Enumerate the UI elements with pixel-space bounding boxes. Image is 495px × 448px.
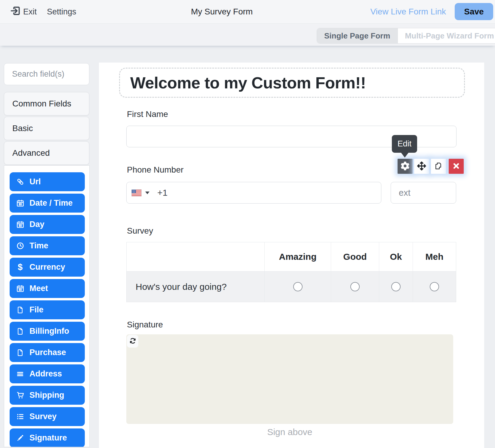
field-button-time[interactable]: Time — [10, 236, 85, 255]
survey-header-col: Ok — [379, 242, 413, 272]
survey-header-col: Good — [331, 242, 379, 272]
dollar-icon: $ — [16, 263, 24, 272]
signature-hint: Sign above — [126, 427, 453, 437]
field-label: Shipping — [29, 391, 64, 400]
field-button-file[interactable]: File — [10, 300, 85, 319]
form-mode-toggle: Single Page Form Multi-Page Wizard Form — [317, 28, 495, 44]
form-title-text: Welcome to my Custom Form!! — [130, 73, 366, 92]
survey-header-col: Meh — [413, 242, 456, 272]
accordion-common-fields[interactable]: Common Fields — [4, 92, 89, 115]
exit-label: Exit — [23, 7, 37, 17]
country-select[interactable] — [131, 189, 149, 196]
calendar-icon — [16, 199, 24, 207]
copy-icon — [434, 162, 443, 171]
field-label: Purchase — [29, 348, 66, 357]
advanced-fields-panel: Url Date / Time Day — [4, 165, 90, 447]
field-button-purchase[interactable]: Purchase — [10, 343, 85, 362]
edit-tooltip: Edit — [392, 135, 417, 153]
field-button-signature[interactable]: Signature — [10, 428, 85, 447]
signature-label: Signature — [127, 320, 163, 330]
file-icon — [16, 306, 24, 314]
field-label: Signature — [29, 433, 67, 443]
field-button-day[interactable]: Day — [10, 215, 85, 234]
page-title: My Survey Form — [191, 0, 253, 23]
exit-icon — [10, 6, 20, 18]
signature-pad[interactable] — [126, 334, 453, 424]
refresh-icon — [129, 337, 136, 345]
field-label: BillingInfo — [29, 327, 69, 336]
settings-button[interactable]: Settings — [47, 0, 76, 23]
survey-radio-good[interactable] — [350, 282, 360, 291]
survey-cell — [413, 272, 456, 302]
edit-field-button[interactable] — [398, 159, 413, 174]
first-name-label: First Name — [127, 109, 168, 119]
survey-header-empty — [127, 242, 264, 272]
copy-field-button[interactable] — [431, 159, 446, 174]
field-label: Url — [29, 177, 41, 186]
form-canvas: Welcome to my Custom Form!! First Name E… — [99, 63, 484, 448]
survey-cell — [379, 272, 413, 302]
search-input[interactable] — [4, 63, 89, 85]
move-field-button[interactable] — [414, 159, 429, 174]
survey-cell — [264, 272, 331, 302]
survey-cell — [331, 272, 379, 302]
calendar-icon — [16, 284, 24, 293]
phone-ext-input[interactable] — [391, 182, 456, 204]
top-bar: Exit Settings My Survey Form View Live F… — [0, 0, 495, 24]
gear-icon — [401, 161, 410, 171]
survey-radio-meh[interactable] — [430, 282, 439, 291]
chevron-down-icon — [145, 192, 149, 194]
survey-table: Amazing Good Ok Meh How's your day going… — [126, 242, 456, 302]
accordion-basic[interactable]: Basic — [4, 117, 89, 140]
survey-row-label: How's your day going? — [127, 272, 264, 302]
field-label: Date / Time — [29, 198, 73, 208]
cart-icon — [16, 391, 24, 400]
field-button-url[interactable]: Url — [10, 172, 85, 191]
survey-label: Survey — [127, 226, 153, 236]
calendar-icon — [16, 220, 24, 229]
field-button-survey[interactable]: Survey — [10, 407, 85, 426]
signature-reset-button[interactable] — [127, 335, 138, 348]
field-button-billinginfo[interactable]: BillingInfo — [10, 322, 85, 341]
field-button-meet[interactable]: Meet — [10, 279, 85, 298]
field-label: Time — [29, 241, 48, 250]
delete-field-button[interactable] — [449, 159, 464, 174]
align-justify-icon — [16, 370, 24, 378]
field-label: File — [29, 305, 44, 315]
exit-button[interactable]: Exit — [10, 0, 37, 23]
field-label: Address — [29, 369, 62, 379]
form-builder-app: Exit Settings My Survey Form View Live F… — [0, 0, 495, 448]
survey-header-col: Amazing — [264, 242, 331, 272]
survey-radio-ok[interactable] — [391, 282, 401, 291]
field-button-shipping[interactable]: Shipping — [10, 386, 85, 405]
field-label: Currency — [29, 262, 65, 272]
field-button-date-time[interactable]: Date / Time — [10, 194, 85, 213]
edit-tooltip-arrow — [401, 152, 409, 158]
save-button[interactable]: Save — [455, 3, 493, 20]
accordion-advanced[interactable]: Advanced — [4, 141, 89, 165]
survey-radio-amazing[interactable] — [293, 282, 303, 291]
file-icon — [16, 327, 24, 336]
clock-icon — [16, 242, 24, 250]
field-button-currency[interactable]: $ Currency — [10, 258, 85, 277]
delete-x-icon — [453, 162, 460, 170]
field-label: Meet — [29, 284, 48, 293]
phone-number-label: Phone Number — [127, 165, 183, 175]
multi-page-wizard-form-toggle[interactable]: Multi-Page Wizard Form — [398, 28, 495, 43]
us-flag-icon — [131, 189, 142, 196]
view-live-form-link[interactable]: View Live Form Link — [370, 0, 446, 23]
mode-toggle-bar: Single Page Form Multi-Page Wizard Form — [0, 24, 495, 46]
dial-code: +1 — [157, 188, 168, 198]
file-icon — [16, 348, 24, 357]
form-title-field[interactable]: Welcome to my Custom Form!! — [119, 68, 465, 98]
list-icon — [16, 413, 24, 421]
field-label: Survey — [29, 412, 57, 421]
field-button-address[interactable]: Address — [10, 364, 85, 383]
field-label: Day — [29, 220, 45, 229]
move-icon — [417, 161, 426, 171]
link-icon — [16, 178, 24, 186]
phone-number-input[interactable]: +1 — [126, 182, 381, 204]
single-page-form-toggle[interactable]: Single Page Form — [317, 28, 398, 43]
pencil-icon — [16, 434, 24, 442]
